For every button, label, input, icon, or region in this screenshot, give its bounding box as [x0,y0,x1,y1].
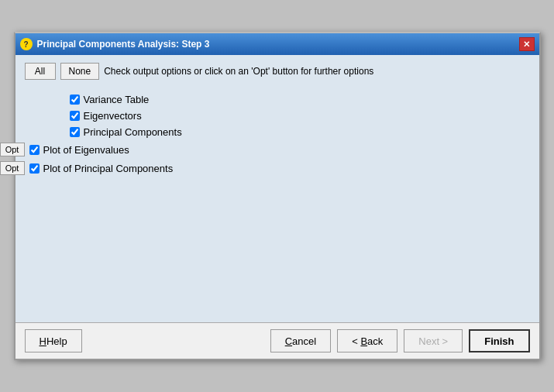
opt-button-principal-components[interactable]: Opt [0,161,25,175]
next-button[interactable]: Next > [404,329,463,352]
option-row-variance-table: Variance Table [40,94,530,105]
option-row-plot-eigenvalues: Opt Plot of Eigenvalues [0,143,530,156]
checkbox-variance-table[interactable] [70,95,80,105]
checkbox-eigenvectors[interactable] [70,111,80,121]
footer: HHelp Cancel < Back Next > Finish [15,322,539,359]
back-button[interactable]: < Back [337,329,397,352]
option-label-eigenvectors: Eigenvectors [84,110,142,122]
window-title: Principal Components Analysis: Step 3 [37,39,210,50]
option-variance-table[interactable]: Variance Table [70,94,150,105]
option-label-variance-table: Variance Table [84,94,150,105]
close-button[interactable]: ✕ [519,37,535,51]
option-label-plot-eigenvalues: Plot of Eigenvalues [43,144,129,156]
option-row-principal-components: Principal Components [40,126,530,138]
dialog-content: All None Check output options or click o… [15,55,539,322]
option-label-principal-components: Principal Components [84,126,182,138]
instruction-label: Check output options or click on an 'Opt… [104,66,373,77]
opt-button-eigenvalues[interactable]: Opt [0,143,25,156]
checkbox-principal-components[interactable] [70,127,80,137]
option-row-eigenvectors: Eigenvectors [40,110,530,122]
title-bar-left: ? Principal Components Analysis: Step 3 [20,38,210,50]
toolbar: All None Check output options or click o… [25,63,530,80]
help-button[interactable]: HHelp [25,329,82,352]
cancel-button[interactable]: Cancel [270,329,331,352]
option-label-plot-principal-components: Plot of Principal Components [43,163,174,174]
spacer [25,191,530,315]
none-button[interactable]: None [60,63,100,80]
dialog-window: ? Principal Components Analysis: Step 3 … [14,32,541,360]
options-area: Variance Table Eigenvectors Principal Co… [25,91,530,183]
option-eigenvectors[interactable]: Eigenvectors [70,110,142,122]
footer-left: HHelp [25,329,82,352]
option-principal-components[interactable]: Principal Components [70,126,182,138]
checkbox-plot-principal-components[interactable] [29,163,40,174]
dialog-icon: ? [20,38,33,50]
option-plot-eigenvalues[interactable]: Plot of Eigenvalues [29,144,129,156]
option-plot-principal-components[interactable]: Plot of Principal Components [29,163,174,174]
footer-right: Cancel < Back Next > Finish [270,329,530,352]
option-row-plot-principal-components: Opt Plot of Principal Components [0,161,530,175]
title-bar: ? Principal Components Analysis: Step 3 … [15,33,539,55]
finish-button[interactable]: Finish [469,329,529,352]
checkbox-plot-eigenvalues[interactable] [29,145,40,155]
all-button[interactable]: All [25,63,56,80]
